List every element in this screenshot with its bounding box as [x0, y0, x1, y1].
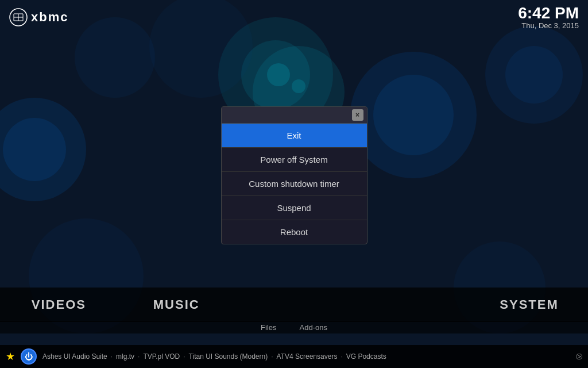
dialog-titlebar: × — [222, 107, 367, 124]
dialog-poweroff-item[interactable]: Power off System — [222, 148, 367, 172]
shutdown-dialog: × Exit Power off System Custom shutdown … — [221, 106, 368, 244]
dialog-suspend-item[interactable]: Suspend — [222, 196, 367, 220]
dialog-reboot-item[interactable]: Reboot — [222, 220, 367, 244]
dialog-exit-item[interactable]: Exit — [222, 124, 367, 148]
dialog-close-button[interactable]: × — [352, 109, 363, 121]
dialog-overlay: × Exit Power off System Custom shutdown … — [0, 0, 588, 368]
dialog-timer-item[interactable]: Custom shutdown timer — [222, 172, 367, 196]
